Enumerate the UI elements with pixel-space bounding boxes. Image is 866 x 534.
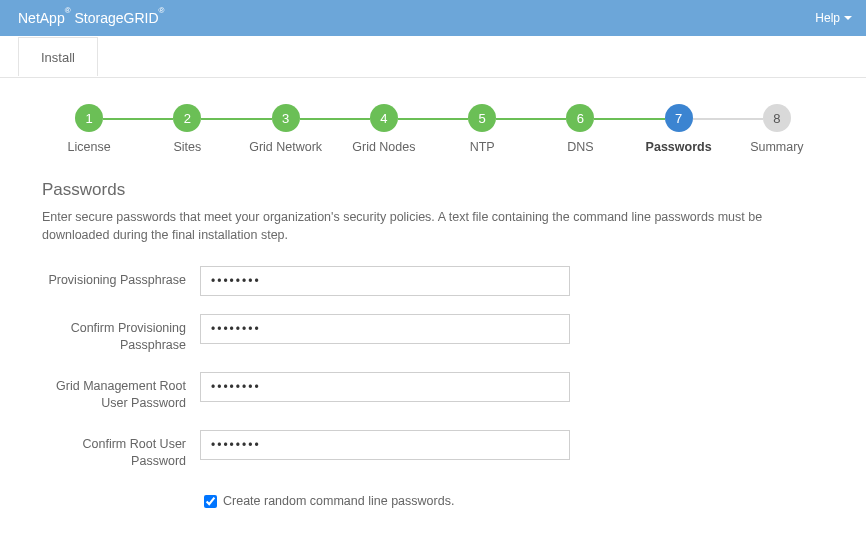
step-label: NTP — [433, 140, 531, 154]
label-random-passwords[interactable]: Create random command line passwords. — [223, 494, 454, 508]
page-title: Passwords — [42, 180, 824, 200]
step-summary[interactable]: 8 Summary — [728, 104, 826, 154]
label-confirm-root-password: Confirm Root User Password — [42, 430, 200, 470]
label-root-password: Grid Management Root User Password — [42, 372, 200, 412]
step-dns[interactable]: 6 DNS — [531, 104, 629, 154]
brand-suffix: StorageGRID — [75, 10, 159, 26]
step-number: 1 — [75, 104, 103, 132]
step-connector — [103, 118, 173, 120]
step-passwords[interactable]: 7 Passwords — [630, 104, 728, 154]
step-connector — [594, 118, 664, 120]
step-label: Grid Network — [237, 140, 335, 154]
checkbox-random-passwords[interactable] — [204, 495, 217, 508]
step-label: Grid Nodes — [335, 140, 433, 154]
input-root-password[interactable] — [200, 372, 570, 402]
step-label: Summary — [728, 140, 826, 154]
chevron-down-icon — [844, 16, 852, 20]
label-confirm-provisioning-passphrase: Confirm Provisioning Passphrase — [42, 314, 200, 354]
step-number: 3 — [272, 104, 300, 132]
step-label: Passwords — [630, 140, 728, 154]
content: Passwords Enter secure passwords that me… — [0, 168, 866, 534]
help-label: Help — [815, 11, 840, 25]
input-confirm-root-password[interactable] — [200, 430, 570, 460]
brand: NetApp® StorageGRID® — [18, 10, 164, 26]
step-sites[interactable]: 2 Sites — [138, 104, 236, 154]
page-description: Enter secure passwords that meet your or… — [42, 208, 824, 244]
step-number: 2 — [173, 104, 201, 132]
input-provisioning-passphrase[interactable] — [200, 266, 570, 296]
reg-mark-2: ® — [159, 6, 165, 15]
step-number: 4 — [370, 104, 398, 132]
step-license[interactable]: 1 License — [40, 104, 138, 154]
step-grid-nodes[interactable]: 4 Grid Nodes — [335, 104, 433, 154]
reg-mark-1: ® — [65, 6, 71, 15]
step-number: 8 — [763, 104, 791, 132]
step-label: License — [40, 140, 138, 154]
stepper: 1 License 2 Sites 3 Grid Network 4 Grid … — [0, 78, 866, 168]
help-menu[interactable]: Help — [815, 11, 852, 25]
input-confirm-provisioning-passphrase[interactable] — [200, 314, 570, 344]
brand-prefix: NetApp — [18, 10, 65, 26]
top-bar: NetApp® StorageGRID® Help — [0, 0, 866, 36]
row-random-passwords: Create random command line passwords. — [42, 488, 824, 511]
step-number: 5 — [468, 104, 496, 132]
step-connector — [398, 118, 468, 120]
step-connector — [693, 118, 763, 120]
row-provisioning-passphrase: Provisioning Passphrase — [42, 266, 824, 296]
step-connector — [300, 118, 370, 120]
step-connector — [496, 118, 566, 120]
tab-bar: Install — [0, 36, 866, 78]
step-ntp[interactable]: 5 NTP — [433, 104, 531, 154]
tab-install[interactable]: Install — [18, 37, 98, 76]
step-grid-network[interactable]: 3 Grid Network — [237, 104, 335, 154]
row-confirm-root-password: Confirm Root User Password — [42, 430, 824, 470]
step-number: 6 — [566, 104, 594, 132]
step-label: Sites — [138, 140, 236, 154]
label-provisioning-passphrase: Provisioning Passphrase — [42, 266, 200, 289]
row-root-password: Grid Management Root User Password — [42, 372, 824, 412]
row-confirm-provisioning-passphrase: Confirm Provisioning Passphrase — [42, 314, 824, 354]
step-number: 7 — [665, 104, 693, 132]
step-connector — [201, 118, 271, 120]
step-label: DNS — [531, 140, 629, 154]
